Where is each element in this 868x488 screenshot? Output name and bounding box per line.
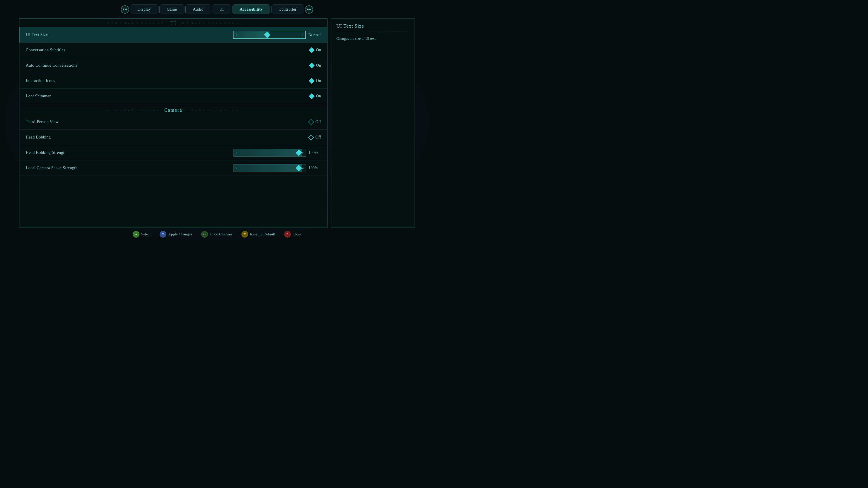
setting-camera-shake-strength[interactable]: Local Camera Shake Strength « » 100% [20,160,327,176]
settings-scroll[interactable]: UI UI Text Size « » Normal [20,19,327,228]
label-conversation-subtitles: Conversation Subtitles [26,48,310,53]
label-reset-default: Reset to Default [250,232,275,236]
diamond-icon-conversation-subtitles [309,47,314,53]
bumper-left[interactable]: LB [121,5,129,13]
button-a[interactable]: A [133,231,140,238]
diamond-icon-interaction-icons [309,78,314,84]
value-conversation-subtitles: On [310,48,321,53]
action-close: B Close [284,231,302,238]
slider-value-camera-shake-strength: 100% [309,166,321,170]
setting-head-bobbing-strength[interactable]: Head Bobbing Strength « » 100% [20,145,327,160]
content-area: UI UI Text Size « » Normal [19,18,415,228]
slider-value-head-bobbing-strength: 100% [309,150,321,155]
diamond-icon-third-person [308,119,314,125]
info-description: Changes the size of UI text. [336,36,410,41]
value-auto-continue: On [310,63,321,68]
text-loot-shimmer: On [316,94,321,98]
button-b[interactable]: B [284,231,291,238]
setting-interaction-icons[interactable]: Interaction Icons On [20,73,327,89]
text-conversation-subtitles: On [316,48,321,53]
text-interaction-icons: On [316,78,321,83]
tab-bar: LB Display Game Audio UI Accessibility C… [121,4,313,14]
action-apply-changes: X Apply Changes [160,231,192,238]
slider-arrow-left-hbs: « [236,151,237,155]
label-select: Select [141,232,151,236]
action-reset-default: Y Reset to Default [241,231,275,238]
tab-ui[interactable]: UI [212,4,231,14]
setting-value-ui-text-size: « » Normal [233,31,321,39]
setting-auto-continue[interactable]: Auto Continue Conversations On [20,58,327,73]
value-camera-shake-strength: « » 100% [234,164,321,172]
bottom-bar: A Select X Apply Changes LT Undo Changes… [0,228,434,239]
text-head-bobbing: Off [315,135,321,140]
text-auto-continue: On [316,63,321,68]
diamond-icon-auto-continue [309,63,314,68]
slider-arrow-right-ui-text: » [302,33,304,37]
label-loot-shimmer: Loot Shimmer [26,94,310,98]
section-header-ui: UI [20,19,327,27]
setting-third-person-view[interactable]: Third-Person View Off [20,114,327,130]
slider-ui-text-size[interactable]: « » [233,31,306,39]
diamond-icon-loot-shimmer [309,93,314,99]
info-title: UI Text Size [336,23,410,29]
setting-conversation-subtitles[interactable]: Conversation Subtitles On [20,42,327,58]
action-select: A Select [133,231,151,238]
slider-arrow-left-ui-text: « [235,33,237,37]
tab-audio[interactable]: Audio [185,4,211,14]
label-camera-shake-strength: Local Camera Shake Strength [26,166,234,170]
bumper-right[interactable]: RB [305,5,313,13]
slider-arrow-right-css: » [302,166,304,170]
button-x[interactable]: X [160,231,166,238]
value-loot-shimmer: On [310,94,321,98]
setting-ui-text-size[interactable]: UI Text Size « » Normal [20,27,327,42]
label-close: Close [293,232,302,236]
diamond-icon-head-bobbing [308,134,314,140]
section-title-ui: UI [165,20,182,26]
setting-head-bobbing[interactable]: Head Bobbing Off [20,130,327,145]
settings-panel: UI UI Text Size « » Normal [19,18,328,228]
action-undo-changes: LT Undo Changes [201,231,232,238]
label-undo-changes: Undo Changes [210,232,232,236]
info-panel: UI Text Size Changes the size of UI text… [331,18,415,228]
tab-controller[interactable]: Controller [271,4,304,14]
slider-arrow-left-css: « [236,166,237,170]
setting-loot-shimmer[interactable]: Loot Shimmer On [20,89,327,104]
value-head-bobbing: Off [309,135,321,140]
label-third-person-view: Third-Person View [26,120,309,124]
value-third-person-view: Off [309,120,321,124]
section-title-camera: Camera [159,107,188,113]
label-head-bobbing: Head Bobbing [26,135,309,140]
label-apply-changes: Apply Changes [168,232,192,236]
slider-value-ui-text-size: Normal [308,33,321,37]
slider-head-bobbing-strength[interactable]: « » [234,149,306,157]
label-auto-continue: Auto Continue Conversations [26,63,310,68]
value-interaction-icons: On [310,78,321,83]
info-divider [336,32,410,32]
tab-accessibility[interactable]: Accessibility [232,4,270,14]
section-header-camera: Camera [20,106,327,114]
label-interaction-icons: Interaction Icons [26,78,310,83]
label-head-bobbing-strength: Head Bobbing Strength [26,150,234,155]
text-third-person-view: Off [315,120,321,124]
setting-label-ui-text-size: UI Text Size [26,33,233,37]
slider-arrow-right-hbs: » [302,151,304,155]
tab-display[interactable]: Display [130,4,158,14]
main-container: LB Display Game Audio UI Accessibility C… [0,0,434,244]
value-head-bobbing-strength: « » 100% [234,149,321,157]
button-lt[interactable]: LT [201,231,208,238]
tab-game[interactable]: Game [159,4,184,14]
button-y[interactable]: Y [241,231,248,238]
slider-camera-shake-strength[interactable]: « » [234,164,306,172]
